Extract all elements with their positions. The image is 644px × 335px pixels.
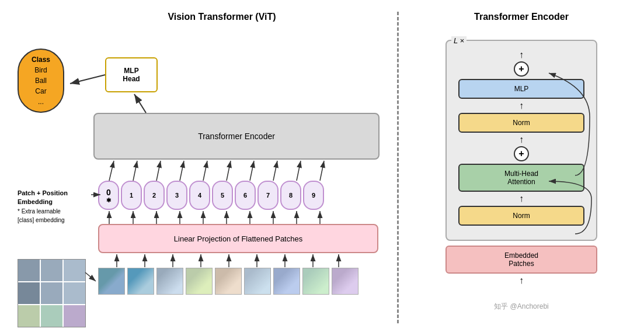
class-item-ball: Ball — [35, 75, 47, 86]
transformer-encoder-label: Transformer Encoder — [198, 132, 275, 141]
arrow-after-mha: ↑ — [458, 194, 584, 203]
norm-block-top: Norm — [458, 113, 584, 133]
token-5-label: 5 — [221, 192, 224, 199]
small-patch-8 — [41, 305, 62, 327]
vit-diagram: Class Bird Ball Car ... MLP Head Transfo… — [12, 31, 385, 335]
svg-line-9 — [250, 161, 254, 181]
patch-2 — [127, 268, 154, 295]
encoder-section: Transformer Encoder L × ↑ + MLP ↑ Norm — [399, 6, 644, 329]
norm-bottom-label: Norm — [513, 212, 530, 220]
svg-line-2 — [134, 94, 146, 113]
mlp-head-line1: MLP — [124, 67, 138, 75]
mlp-label: MLP — [514, 85, 529, 93]
arrow-after-norm-top: ↑ — [458, 135, 584, 144]
small-patch-2 — [41, 260, 62, 281]
svg-line-1 — [70, 75, 105, 84]
encoder-outer-box: L × ↑ + MLP ↑ Norm ↑ — [445, 40, 597, 241]
embedded-patches-block: EmbeddedPatches — [445, 246, 597, 274]
svg-line-12 — [320, 161, 324, 181]
token-4: 4 — [189, 181, 210, 210]
patch-6 — [244, 268, 271, 295]
patch-position-label: Patch + PositionEmbedding * Extra learna… — [18, 189, 88, 225]
class-output-box: Class Bird Ball Car ... — [18, 49, 64, 113]
svg-line-8 — [227, 161, 231, 181]
norm-top-label: Norm — [513, 119, 530, 127]
patch-7 — [273, 268, 300, 295]
embedded-patches-label: EmbeddedPatches — [504, 251, 538, 268]
svg-line-4 — [133, 161, 137, 181]
token-8: 8 — [280, 181, 301, 210]
token-0-star: ✱ — [106, 197, 111, 203]
encoder-title: Transformer Encoder — [410, 12, 632, 22]
star-note: * Extra learnable — [18, 208, 61, 215]
svg-line-32 — [85, 272, 96, 281]
token-1: 1 — [121, 181, 142, 210]
token-0: 0 ✱ — [98, 181, 119, 210]
top-output-arrow: ↑ — [458, 50, 584, 60]
patch-5 — [215, 268, 242, 295]
watermark: 知乎 @Anchorebi — [494, 302, 549, 312]
token-6-label: 6 — [243, 192, 247, 199]
token-3-label: 3 — [175, 192, 179, 199]
add-symbol-top: + — [518, 64, 524, 74]
main-container: Vision Transformer (ViT) Class Bird Ball… — [0, 0, 644, 335]
mha-label: Multi-HeadAttention — [504, 170, 538, 186]
patch-1 — [98, 268, 125, 295]
token-3: 3 — [166, 181, 187, 210]
svg-line-10 — [273, 161, 277, 181]
patch-4 — [186, 268, 213, 295]
encoder-diagram: L × ↑ + MLP ↑ Norm ↑ — [445, 40, 597, 285]
class-item-ellipsis: ... — [38, 96, 44, 107]
class-note: [class] embedding — [18, 217, 65, 223]
token-1-label: 1 — [130, 192, 133, 199]
small-patch-9 — [64, 305, 85, 327]
mha-block: Multi-HeadAttention — [458, 164, 584, 192]
token-6: 6 — [235, 181, 256, 210]
token-row: 0 ✱ 1 2 3 4 5 6 7 8 9 — [98, 181, 324, 210]
lx-label: L × — [451, 36, 467, 45]
patch-9 — [332, 268, 358, 295]
vit-title: Vision Transformer (ViT) — [12, 12, 385, 22]
small-patch-3 — [64, 260, 85, 281]
arrow-after-mlp: ↑ — [458, 101, 584, 110]
token-2-label: 2 — [152, 192, 156, 199]
norm-block-bottom: Norm — [458, 206, 584, 226]
svg-line-5 — [156, 161, 161, 181]
token-8-label: 8 — [289, 192, 293, 199]
add-circle-top: + — [514, 61, 529, 77]
token-7: 7 — [257, 181, 279, 210]
add-symbol-bottom: + — [518, 148, 524, 159]
linear-proj-box: Linear Projection of Flattened Patches — [98, 224, 378, 253]
transformer-encoder-box: Transformer Encoder — [93, 113, 380, 160]
mlp-head-box: MLP Head — [105, 57, 158, 92]
svg-line-7 — [203, 161, 207, 181]
small-patch-4 — [18, 282, 40, 304]
small-patch-1 — [18, 260, 40, 281]
patch-label-text: Patch + PositionEmbedding — [18, 189, 68, 205]
mlp-block: MLP — [458, 79, 584, 99]
class-label: Class — [32, 54, 50, 65]
class-item-car: Car — [35, 86, 46, 96]
linear-proj-label: Linear Projection of Flattened Patches — [174, 234, 302, 243]
small-patch-6 — [64, 282, 85, 304]
class-item-bird: Bird — [34, 65, 47, 75]
vit-section: Vision Transformer (ViT) Class Bird Ball… — [0, 6, 397, 329]
arrow-up-to-encoder: ↑ — [445, 276, 597, 285]
add-circle-bottom: + — [514, 146, 529, 161]
input-image-grid — [18, 259, 86, 327]
token-7-label: 7 — [266, 192, 270, 199]
token-0-label: 0 — [106, 188, 111, 197]
svg-line-3 — [109, 161, 114, 181]
patch-8 — [302, 268, 329, 295]
image-patches-row — [98, 268, 358, 295]
mlp-head-line2: Head — [123, 75, 140, 83]
patch-3 — [156, 268, 183, 295]
small-patch-7 — [18, 305, 40, 327]
small-patch-5 — [41, 282, 62, 304]
svg-line-11 — [297, 161, 301, 181]
token-9-label: 9 — [312, 192, 315, 199]
token-5: 5 — [212, 181, 233, 210]
token-9: 9 — [303, 181, 324, 210]
token-2: 2 — [144, 181, 165, 210]
svg-line-6 — [180, 161, 184, 181]
